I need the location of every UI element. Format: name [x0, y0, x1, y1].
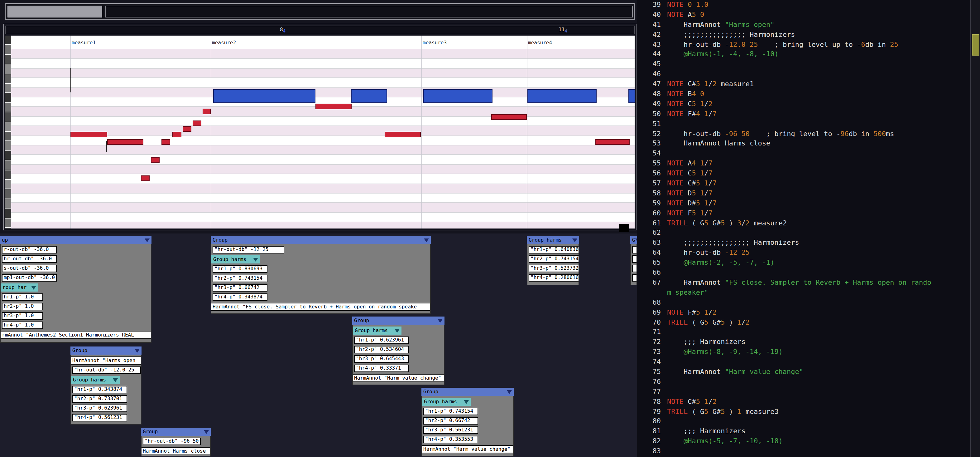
param-field[interactable]: hr4-p" 1.0 — [2, 321, 43, 329]
param-field[interactable]: "hr1-p" 0.623961 — [354, 337, 409, 344]
param-field[interactable]: "hr4-p" 0.280616 — [529, 274, 579, 281]
param-field[interactable]: "hr3-p" 0.523732 — [529, 265, 579, 272]
line-number: 40 — [646, 10, 661, 20]
resize-handle[interactable] — [619, 224, 629, 232]
collapse-icon[interactable] — [464, 400, 469, 404]
code-text: NOTE F#5 1/2 — [667, 307, 717, 318]
code-text: HarmAnnot Harms close — [667, 139, 770, 149]
param-field[interactable]: "hr4-p" 0.353553 — [423, 436, 478, 443]
annotation-field[interactable]: HarmAnnot "Harm value change" — [353, 374, 444, 382]
code-line: 53 HarmAnnot Harms close — [646, 139, 970, 149]
collapse-icon[interactable] — [253, 257, 258, 261]
param-field[interactable]: "hr3-p" 0.623961 — [72, 404, 127, 412]
line-number: 77 — [646, 387, 661, 397]
param-field[interactable]: "hr4-p" 0.343874 — [213, 293, 267, 301]
annotation-field[interactable]: HarmAnnot "FS close. Sampler to Reverb +… — [212, 303, 430, 311]
annotation-field[interactable]: rmAnnot "Anthemes2 Section1 Harmonizers … — [1, 331, 151, 339]
panel-header[interactable]: G — [630, 236, 637, 244]
line-number: 54 — [646, 149, 661, 159]
line-number: 70 — [646, 318, 661, 328]
subgroup-header[interactable]: Group harms — [212, 255, 260, 264]
collapse-icon[interactable] — [424, 238, 429, 242]
code-text: m speaker" — [667, 288, 708, 298]
panel-body: "hr1-p" 0.640836"hr2-p" 0.743154"hr3-p" … — [527, 244, 579, 285]
collapse-icon[interactable] — [395, 329, 399, 332]
param-field[interactable] — [632, 246, 637, 254]
collapse-icon[interactable] — [438, 319, 442, 323]
param-field[interactable]: "hr2-p" 0.743154 — [213, 275, 267, 282]
line-number: 60 — [646, 208, 661, 218]
panel-title: G — [632, 236, 635, 244]
scrollbar-thumb[interactable] — [972, 34, 979, 56]
param-field[interactable]: "hr1-p" 0.640836 — [529, 246, 579, 254]
param-field[interactable]: "hr1-p" 0.343874 — [72, 386, 127, 393]
code-line: 40NOTE A5 0 — [646, 10, 970, 20]
code-line: 70TRILL ( G5 G#5 ) 1/2 — [646, 318, 970, 328]
collapse-icon[interactable] — [204, 430, 209, 434]
subgroup-header[interactable]: Group harms — [353, 326, 401, 335]
code-text: NOTE C5 1/7 — [667, 169, 713, 179]
code-line: 56NOTE C5 1/7 — [646, 169, 970, 179]
param-field[interactable]: r-out-db" -36.0 — [2, 246, 57, 254]
subgroup-header[interactable]: Group harms — [71, 376, 120, 384]
code-text: @Harms(-1, -4, -8, -10) — [667, 50, 779, 60]
code-line: 68 — [646, 297, 970, 307]
param-field[interactable]: hr2-p" 1.0 — [2, 303, 43, 310]
code-editor[interactable]: 39NOTE 0 1.040NOTE A5 041 HarmAnnot "Har… — [637, 0, 970, 457]
annotation-field[interactable]: HarmAnnot "Harm value change" — [422, 445, 513, 453]
param-field[interactable]: "hr2-p" 0.733701 — [72, 395, 127, 403]
panel-body: r-out-db" -36.0hr-out-db" -36.0s-out-db"… — [0, 244, 151, 343]
param-field[interactable]: "hr3-p" 0.66742 — [213, 284, 267, 292]
collapse-icon[interactable] — [135, 349, 140, 352]
panel-header[interactable]: Group — [70, 347, 142, 355]
param-field[interactable]: "hr3-p" 0.645443 — [354, 355, 409, 363]
param-field[interactable]: s-out-db" -36.0 — [2, 265, 57, 272]
code-line: 75 HarmAnnot "Harm value change" — [646, 367, 970, 377]
param-field[interactable]: "hr3-p" 0.561231 — [423, 427, 478, 434]
subgroup-header[interactable]: Group harms — [422, 398, 471, 406]
line-number: 83 — [646, 446, 661, 456]
subgroup-title: roup har — [3, 284, 27, 291]
line-number: 55 — [646, 159, 661, 169]
param-field[interactable]: hr3-p" 1.0 — [2, 312, 43, 320]
scrollbar[interactable] — [970, 0, 980, 457]
param-field[interactable] — [632, 274, 637, 281]
param-field[interactable] — [632, 255, 637, 263]
panel-header[interactable]: Group — [211, 236, 431, 244]
line-number: 57 — [646, 179, 661, 189]
param-field[interactable]: "hr-out-db" -96 50 — [143, 438, 201, 445]
param-field[interactable]: hr1-p" 1.0 — [2, 293, 43, 301]
panel-body: Group harms"hr1-p" 0.743154"hr2-p" 0.667… — [422, 396, 514, 456]
param-field[interactable]: hr-out-db" -36.0 — [2, 255, 57, 263]
param-field[interactable]: mp1-out-db" -36.0 — [2, 274, 57, 281]
code-line: 62 — [646, 228, 970, 238]
collapse-icon[interactable] — [145, 238, 150, 242]
param-field[interactable]: "hr4-p" 0.33371 — [354, 364, 409, 372]
collapse-icon[interactable] — [572, 238, 577, 242]
param-field[interactable]: "hr-out-db" -12 25 — [213, 246, 284, 254]
line-number: 79 — [646, 407, 661, 417]
annotation-field[interactable]: HarmAnnot "Harms open — [71, 356, 141, 364]
line-number: 49 — [646, 99, 661, 109]
panel-header[interactable]: up — [0, 236, 151, 244]
param-field[interactable]: "hr4-p" 0.561231 — [72, 414, 127, 422]
param-field[interactable]: "hr2-p" 0.743154 — [529, 255, 579, 263]
param-field[interactable] — [632, 265, 637, 272]
panel-header[interactable]: Group — [352, 316, 444, 324]
code-line: 83 — [646, 446, 970, 456]
annotation-field[interactable]: HarmAnnot Harms close — [142, 447, 210, 455]
code-line: 74 — [646, 357, 970, 367]
collapse-icon[interactable] — [507, 390, 512, 394]
panel-header[interactable]: Group — [422, 388, 514, 396]
param-field[interactable]: "hr1-p" 0.743154 — [423, 407, 478, 415]
param-field[interactable]: "hr-out-db" -12.0 25 — [72, 366, 141, 374]
panel-header[interactable]: Group — [141, 428, 211, 436]
subgroup-header[interactable]: roup har — [1, 283, 38, 292]
param-field[interactable]: "hr2-p" 0.534604 — [354, 346, 409, 353]
collapse-icon[interactable] — [31, 286, 36, 289]
param-field[interactable]: "hr2-p" 0.66742 — [423, 417, 478, 425]
panel-header[interactable]: Group harms — [527, 236, 579, 244]
group-panel: Group harms"hr1-p" 0.640836"hr2-p" 0.743… — [527, 236, 579, 285]
param-field[interactable]: "hr1-p" 0.830693 — [213, 265, 267, 273]
collapse-icon[interactable] — [113, 378, 118, 382]
